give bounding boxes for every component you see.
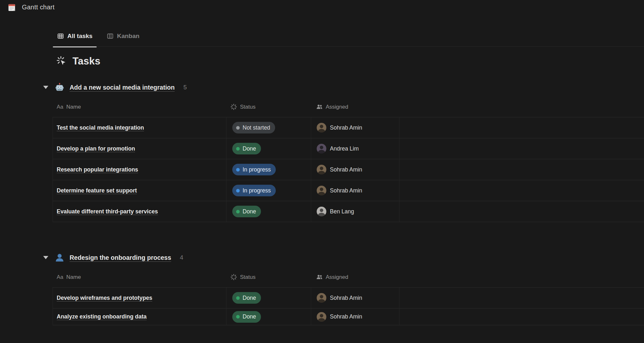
task-name-link[interactable]: Evaluate different third-party services (57, 208, 158, 215)
click-cursor-icon (56, 56, 67, 67)
task-name-link[interactable]: Test the social media integration (57, 124, 144, 131)
column-label: Status (240, 274, 255, 280)
assignee-avatar (317, 312, 326, 322)
status-label: Done (243, 313, 256, 320)
database-heading: Tasks (56, 55, 101, 67)
assignee-chip[interactable]: Sohrab Amin (317, 312, 362, 322)
task-name-cell[interactable]: Develop wireframes and prototypes (53, 288, 226, 308)
assignee-chip[interactable]: Sohrab Amin (317, 293, 362, 303)
task-assigned-cell[interactable]: Sohrab Amin (311, 180, 399, 201)
empty-header-cell (399, 97, 644, 117)
assignee-name: Andrea Lim (330, 145, 359, 152)
assignee-avatar (317, 165, 326, 174)
task-name-link[interactable]: Research popular integrations (57, 166, 138, 173)
task-assigned-cell[interactable]: Andrea Lim (311, 138, 399, 159)
task-name-cell[interactable]: Research popular integrations (53, 159, 226, 180)
people-icon (316, 103, 323, 110)
assignee-chip[interactable]: Sohrab Amin (317, 123, 362, 132)
breadcrumb: Gantt chart (7, 3, 54, 12)
status-dot (236, 315, 240, 318)
column-header-status[interactable]: Status (226, 267, 311, 287)
table-row: Develop a plan for promotion Done Andrea… (53, 138, 644, 159)
status-dot (236, 210, 240, 213)
group-page-emoji (55, 253, 64, 262)
assignee-chip[interactable]: Sohrab Amin (317, 186, 362, 195)
empty-cell (399, 159, 644, 180)
task-name-link[interactable]: Analyze existing onboarding data (57, 313, 147, 320)
empty-cell (399, 288, 644, 308)
task-status-cell[interactable]: In progress (226, 180, 311, 201)
column-label: Name (66, 274, 81, 280)
status-badge[interactable]: Not started (232, 122, 275, 133)
status-badge[interactable]: In progress (232, 164, 276, 175)
column-label: Assigned (326, 274, 348, 280)
people-icon (316, 274, 323, 280)
assignee-name: Sohrab Amin (330, 124, 362, 131)
task-name-link[interactable]: Develop wireframes and prototypes (57, 295, 152, 301)
task-name-link[interactable]: Develop a plan for promotion (57, 145, 135, 152)
column-label: Name (66, 104, 81, 110)
status-badge[interactable]: In progress (232, 185, 276, 196)
column-header-assigned[interactable]: Assigned (311, 267, 399, 287)
group-collapse-toggle[interactable] (43, 86, 49, 89)
tab-all-tasks[interactable]: All tasks (53, 31, 97, 41)
person-silhouette-icon (317, 207, 326, 216)
group-collapse-toggle[interactable] (43, 256, 49, 259)
column-header-name[interactable]: Aa Name (53, 267, 226, 287)
person-silhouette-icon (317, 186, 326, 195)
status-badge[interactable]: Done (232, 143, 261, 154)
task-name-cell[interactable]: Analyze existing onboarding data (53, 309, 226, 325)
task-assigned-cell[interactable]: Sohrab Amin (311, 117, 399, 138)
task-name-link[interactable]: Determine feature set support (57, 187, 137, 194)
task-name-cell[interactable]: Evaluate different third-party services (53, 201, 226, 222)
status-dot (236, 147, 240, 151)
person-silhouette-icon (317, 312, 326, 322)
status-badge[interactable]: Done (232, 311, 261, 323)
column-label: Status (240, 104, 255, 110)
assignee-chip[interactable]: Ben Lang (317, 207, 354, 216)
task-status-cell[interactable]: Done (226, 201, 311, 222)
notion-page: Gantt chart All tasks Kanban (0, 0, 644, 343)
empty-cell (399, 117, 644, 138)
text-property-icon: Aa (57, 274, 63, 280)
assignee-chip[interactable]: Andrea Lim (317, 144, 359, 153)
assignee-avatar (317, 293, 326, 303)
triangle-down-icon (43, 256, 48, 259)
column-header-name[interactable]: Aa Name (53, 97, 226, 117)
status-label: Done (243, 295, 256, 301)
task-assigned-cell[interactable]: Sohrab Amin (311, 288, 399, 308)
task-name-cell[interactable]: Test the social media integration (53, 117, 226, 138)
task-assigned-cell[interactable]: Sohrab Amin (311, 309, 399, 325)
task-assigned-cell[interactable]: Ben Lang (311, 201, 399, 222)
tab-kanban[interactable]: Kanban (102, 31, 144, 41)
task-status-cell[interactable]: Done (226, 138, 311, 159)
status-dot (236, 296, 240, 300)
bust-silhouette-emoji-icon (55, 253, 64, 262)
empty-cell (399, 180, 644, 201)
task-status-cell[interactable]: Done (226, 288, 311, 308)
page-title[interactable]: Gantt chart (22, 4, 54, 11)
status-badge[interactable]: Done (232, 292, 261, 304)
task-status-cell[interactable]: In progress (226, 159, 311, 180)
group-title-link[interactable]: Add a new social media integration (70, 84, 175, 91)
task-status-cell[interactable]: Done (226, 309, 311, 325)
status-badge[interactable]: Done (232, 206, 261, 217)
group-header: Add a new social media integration 5 (0, 82, 644, 93)
group-title-link[interactable]: Redesign the onboarding process (70, 254, 171, 261)
empty-cell (399, 138, 644, 159)
assignee-chip[interactable]: Sohrab Amin (317, 165, 362, 174)
task-name-cell[interactable]: Determine feature set support (53, 180, 226, 201)
task-group: Redesign the onboarding process 4 Aa Nam… (0, 252, 644, 325)
column-header-assigned[interactable]: Assigned (311, 97, 399, 117)
spiral-notepad-icon (7, 3, 16, 12)
tab-label: Kanban (117, 33, 139, 40)
task-assigned-cell[interactable]: Sohrab Amin (311, 159, 399, 180)
task-status-cell[interactable]: Not started (226, 117, 311, 138)
person-silhouette-icon (317, 165, 326, 174)
empty-cell (399, 201, 644, 222)
database-title: Tasks (72, 55, 101, 67)
table-row: Develop wireframes and prototypes Done S… (53, 288, 644, 309)
task-name-cell[interactable]: Develop a plan for promotion (53, 138, 226, 159)
column-header-status[interactable]: Status (226, 97, 311, 117)
tab-label: All tasks (67, 33, 92, 40)
